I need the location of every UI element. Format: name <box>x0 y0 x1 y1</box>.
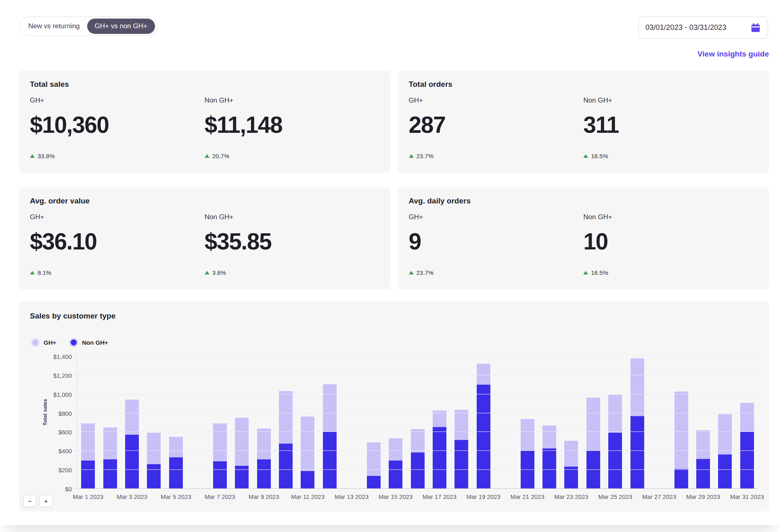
y-tick-label: $1,200 <box>53 372 72 379</box>
bar-stack-mar-31-2023[interactable] <box>740 403 754 489</box>
bar-segment-ghplus[interactable] <box>740 403 754 432</box>
view-insights-guide-link[interactable]: View insights guide <box>697 50 769 59</box>
metric-label: GH+ <box>409 96 584 105</box>
y-tick-label: $1,400 <box>53 353 72 360</box>
toggle-option-ghplus-vs-non-ghplus[interactable]: GH+ vs non GH+ <box>87 19 155 34</box>
bar-stack-mar-7-2023[interactable] <box>213 423 227 489</box>
bar-segment-non-ghplus[interactable] <box>103 459 117 489</box>
bar-segment-ghplus[interactable] <box>411 429 425 452</box>
bar-stack-mar-4-2023[interactable] <box>147 433 161 489</box>
bar-segment-ghplus[interactable] <box>586 398 600 451</box>
bar-segment-ghplus[interactable] <box>169 437 183 457</box>
x-tick-label: Mar 11 2023 <box>291 493 325 500</box>
bar-stack-mar-1-2023[interactable] <box>81 423 95 489</box>
bar-segment-ghplus[interactable] <box>564 441 578 467</box>
bar-segment-ghplus[interactable] <box>81 423 95 460</box>
x-tick-label: Mar 21 2023 <box>511 493 544 500</box>
bar-segment-non-ghplus[interactable] <box>718 455 732 489</box>
date-range-input[interactable]: 03/01/2023 - 03/31/2023 <box>638 17 768 39</box>
bar-stack-mar-9-2023[interactable] <box>257 429 271 489</box>
bar-segment-non-ghplus[interactable] <box>169 457 183 489</box>
bar-stack-mar-18-2023[interactable] <box>454 410 468 489</box>
bar-segment-non-ghplus[interactable] <box>454 440 468 489</box>
legend-item-ghplus[interactable]: GH+ <box>32 339 56 346</box>
bar-segment-ghplus[interactable] <box>389 438 402 461</box>
bar-stack-mar-25-2023[interactable] <box>608 395 622 489</box>
y-axis-title-column: Total sales <box>30 356 44 489</box>
y-tick: $1,200 <box>53 372 77 379</box>
legend-item-non-ghplus[interactable]: Non GH+ <box>71 339 108 346</box>
bar-stack-mar-15-2023[interactable] <box>389 438 402 489</box>
bar-segment-non-ghplus[interactable] <box>213 461 227 489</box>
bar-segment-non-ghplus[interactable] <box>257 459 271 489</box>
bar-segment-ghplus[interactable] <box>630 358 644 416</box>
bar-stack-mar-21-2023[interactable] <box>521 419 534 489</box>
bar-stack-mar-16-2023[interactable] <box>411 429 425 489</box>
bar-stack-mar-10-2023[interactable] <box>279 391 293 489</box>
bar-segment-non-ghplus[interactable] <box>323 432 337 489</box>
bar-segment-ghplus[interactable] <box>213 423 227 461</box>
bar-stack-mar-14-2023[interactable] <box>367 442 381 489</box>
bar-stack-mar-29-2023[interactable] <box>696 430 710 489</box>
bar-segment-non-ghplus[interactable] <box>389 461 402 489</box>
metric-label: GH+ <box>409 213 584 221</box>
bar-segment-ghplus[interactable] <box>608 395 622 433</box>
bar-stack-mar-2-2023[interactable] <box>103 427 117 489</box>
bar-segment-ghplus[interactable] <box>696 430 710 459</box>
bar-stack-mar-30-2023[interactable] <box>718 414 732 489</box>
bar-segment-ghplus[interactable] <box>454 410 468 440</box>
bar-segment-ghplus[interactable] <box>301 417 314 471</box>
bar-stack-mar-19-2023[interactable] <box>477 364 490 489</box>
zoom-in-button[interactable]: + <box>40 495 52 507</box>
bar-segment-non-ghplus[interactable] <box>301 471 314 489</box>
bar-segment-non-ghplus[interactable] <box>147 464 161 489</box>
bar-segment-ghplus[interactable] <box>323 384 337 432</box>
zoom-out-button[interactable]: − <box>23 495 36 507</box>
y-tick: $600 <box>59 429 77 436</box>
toggle-option-new-vs-returning[interactable]: New vs returning <box>21 22 87 30</box>
bar-stack-mar-22-2023[interactable] <box>542 425 556 489</box>
bar-segment-non-ghplus[interactable] <box>411 452 425 489</box>
delta-badge: 23.7% <box>409 269 584 276</box>
bar-segment-non-ghplus[interactable] <box>696 459 710 489</box>
delta-value: 8.1% <box>38 269 51 276</box>
up-triangle-icon <box>205 271 209 274</box>
bar-stack-mar-5-2023[interactable] <box>169 437 183 489</box>
bar-segment-non-ghplus[interactable] <box>564 467 578 489</box>
bar-stack-mar-8-2023[interactable] <box>235 418 249 489</box>
bar-segment-non-ghplus[interactable] <box>81 461 95 489</box>
bar-segment-non-ghplus[interactable] <box>608 433 622 489</box>
bar-segment-ghplus[interactable] <box>235 418 249 465</box>
bar-segment-ghplus[interactable] <box>257 429 271 459</box>
bar-segment-non-ghplus[interactable] <box>630 416 644 489</box>
bar-segment-ghplus[interactable] <box>542 425 556 448</box>
bar-stack-mar-17-2023[interactable] <box>433 411 446 489</box>
y-tick-label: $0 <box>65 486 72 492</box>
bar-stack-mar-23-2023[interactable] <box>564 441 578 489</box>
gridline <box>77 469 758 470</box>
bar-slot: Mar 27 2023 <box>648 356 670 489</box>
bar-segment-ghplus[interactable] <box>718 414 732 455</box>
bar-stack-mar-24-2023[interactable] <box>586 398 600 489</box>
bar-segment-ghplus[interactable] <box>279 391 293 444</box>
bar-segment-ghplus[interactable] <box>125 400 139 435</box>
x-tick-label: Mar 7 2023 <box>205 493 235 500</box>
bar-segment-non-ghplus[interactable] <box>740 432 754 489</box>
bar-segment-non-ghplus[interactable] <box>674 469 688 489</box>
bar-segment-non-ghplus[interactable] <box>125 435 139 489</box>
bar-segment-non-ghplus[interactable] <box>367 476 381 489</box>
calendar-icon[interactable] <box>750 23 761 33</box>
metric-label: GH+ <box>30 213 205 221</box>
bar-segment-ghplus[interactable] <box>147 433 161 464</box>
bar-segment-non-ghplus[interactable] <box>433 427 446 489</box>
bar-segment-ghplus[interactable] <box>521 419 534 451</box>
bar-stack-mar-11-2023[interactable] <box>301 417 314 489</box>
bar-stack-mar-12-2023[interactable] <box>323 384 337 489</box>
bar-segment-ghplus[interactable] <box>367 442 381 476</box>
bar-segment-non-ghplus[interactable] <box>477 385 490 489</box>
bar-segment-ghplus[interactable] <box>674 392 688 469</box>
bar-segment-non-ghplus[interactable] <box>542 448 556 489</box>
bar-segment-ghplus[interactable] <box>103 427 117 460</box>
bar-stack-mar-28-2023[interactable] <box>674 392 688 489</box>
bar-segment-ghplus[interactable] <box>477 364 490 385</box>
